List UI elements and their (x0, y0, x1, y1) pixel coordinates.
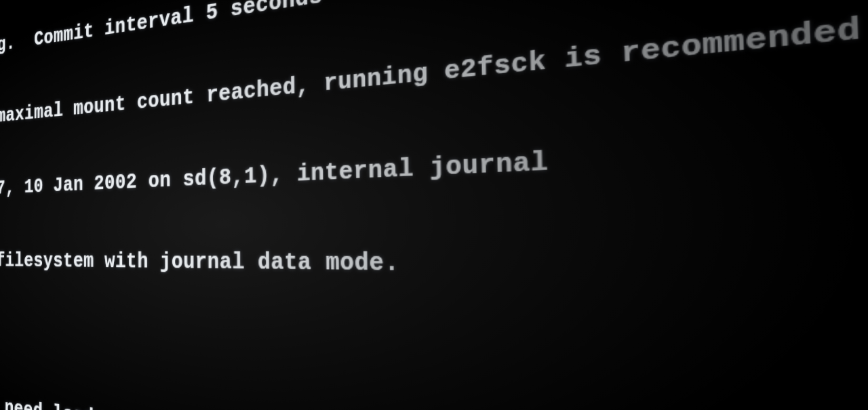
console-line: XT3-fs: mounted filesystem with journal … (0, 245, 868, 301)
console-line: ount ok (0, 315, 868, 410)
console-line: XT3-fs: mounted filesystem with journal … (0, 0, 868, 12)
boot-console: XT3-fs: mounted filesystem with journal … (0, 0, 868, 410)
photo-scene: XT3-fs: mounted filesystem with journal … (0, 0, 868, 410)
crt-screen: XT3-fs: mounted filesystem with journal … (0, 0, 868, 410)
